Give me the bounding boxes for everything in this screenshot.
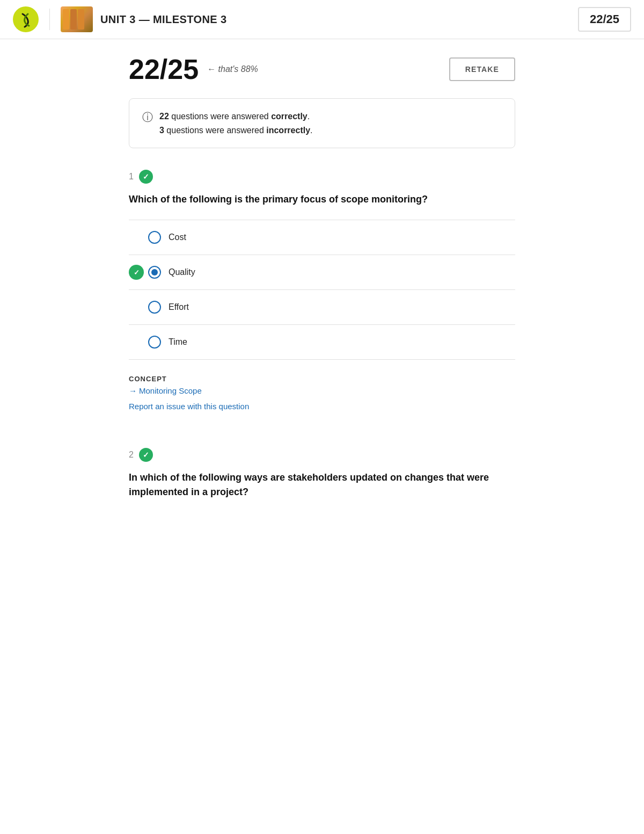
question-2-text: In which of the following ways are stake… (129, 470, 515, 499)
question-2-number: 2 (129, 450, 134, 460)
time-label: Time (169, 337, 187, 347)
incorrect-count-text: 3 questions were answered incorrectly. (159, 124, 313, 137)
score-section: 22/25 ← that's 88% RETAKE (129, 55, 515, 83)
score-percentage: ← that's 88% (207, 64, 258, 74)
header-score-badge: 22/25 (578, 7, 631, 32)
question-1-options: Cost Quality Effort (129, 220, 515, 360)
page-header: UNIT 3 — MILESTONE 3 22/25 (0, 0, 644, 39)
effort-radio[interactable] (148, 301, 161, 314)
retake-button[interactable]: RETAKE (449, 57, 515, 81)
score-display: 22/25 (129, 55, 199, 83)
concept-heading: CONCEPT (129, 375, 515, 383)
app-logo[interactable] (13, 6, 39, 32)
cost-label: Cost (169, 233, 186, 242)
main-content: 22/25 ← that's 88% RETAKE ⓘ 22 questions… (118, 39, 526, 557)
option-effort[interactable]: Effort (129, 290, 515, 325)
option-cost[interactable]: Cost (129, 220, 515, 255)
question-1-block: 1 Which of the following is the primary … (129, 170, 515, 411)
cost-radio[interactable] (148, 231, 161, 244)
results-info-box: ⓘ 22 questions were answered correctly. … (129, 98, 515, 148)
option-time[interactable]: Time (129, 325, 515, 360)
results-text: 22 questions were answered correctly. 3 … (159, 110, 313, 137)
svg-point-0 (13, 6, 39, 32)
quality-label: Quality (169, 267, 195, 277)
time-radio[interactable] (148, 336, 161, 349)
question-1-text: Which of the following is the primary fo… (129, 192, 515, 207)
concept-link[interactable]: → Monitoring Scope (129, 386, 515, 395)
correct-count-text: 22 questions were answered correctly. (159, 110, 313, 124)
effort-label: Effort (169, 302, 189, 312)
quality-radio-fill (151, 269, 158, 275)
header-divider (49, 9, 50, 30)
question-1-number: 1 (129, 172, 134, 182)
question-2-block: 2 In which of the following ways are sta… (129, 437, 515, 499)
quality-radio[interactable] (148, 266, 161, 279)
quality-correct-indicator (129, 265, 144, 280)
question-1-header: 1 (129, 170, 515, 184)
question-2-header: 2 (129, 448, 515, 462)
unit-thumbnail (61, 6, 93, 32)
question-1-correct-icon (139, 170, 153, 184)
info-icon: ⓘ (142, 110, 153, 125)
report-issue-link[interactable]: Report an issue with this question (129, 402, 249, 411)
option-quality[interactable]: Quality (129, 255, 515, 290)
question-2-correct-icon (139, 448, 153, 462)
header-title: UNIT 3 — MILESTONE 3 (100, 13, 226, 26)
concept-section: CONCEPT → Monitoring Scope Report an iss… (129, 375, 515, 411)
